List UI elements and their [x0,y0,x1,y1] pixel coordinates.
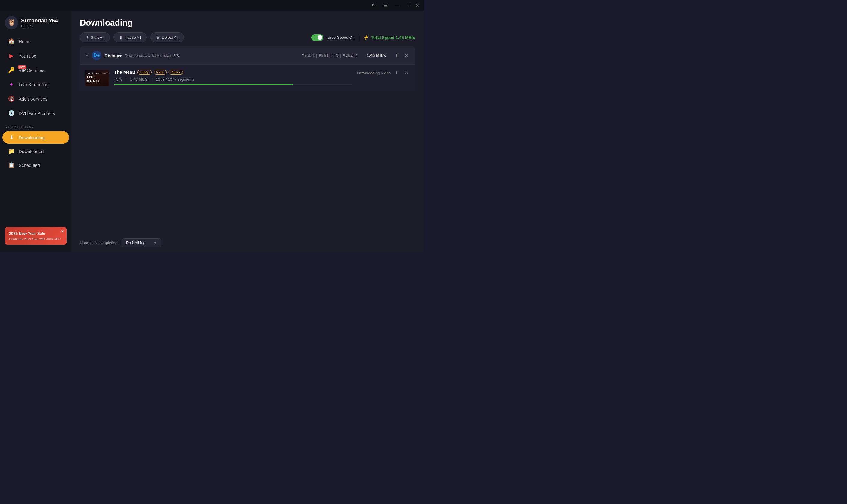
sidebar-item-vip-services[interactable]: 🔑 VIP Services HOT [2,64,69,77]
adult-icon: 🔞 [8,95,15,102]
dropdown-chevron-icon: ▼ [153,240,157,245]
turbo-toggle: Turbo-Speed On [311,34,354,41]
live-streaming-icon: ● [8,81,15,88]
thumbnail: SEARCHLIGHT THEMENU [85,70,109,86]
scheduled-icon: 📋 [8,162,15,168]
downloads-available-label: Downloads available today: 3/3 [125,53,179,58]
total-speed-label: Total Speed 1.45 MB/s [371,35,415,40]
pause-icon: ⏸ [119,35,123,40]
panel-controls: ⏸ ✕ [394,52,410,59]
promo-card[interactable]: ✕ 2025 New Year Sale Celebrate New Year … [5,227,67,245]
sidebar-item-downloaded[interactable]: 📁 Downloaded [2,145,69,158]
delete-icon: 🗑 [156,35,160,40]
sidebar-item-label: Downloaded [19,149,43,154]
total-speed: ⚡ Total Speed 1.45 MB/s [363,35,415,40]
minimize-button[interactable]: — [393,2,401,8]
content-area: Downloading ⬇ Start All ⏸ Pause All 🗑 De… [71,11,423,252]
page-title: Downloading [80,18,133,28]
start-all-label: Start All [91,35,104,40]
turbo-label: Turbo-Speed On [326,35,354,40]
thumbnail-image: SEARCHLIGHT THEMENU [85,70,109,86]
delete-all-button[interactable]: 🗑 Delete All [151,32,184,42]
promo-description: Celebrate New Year with 33% OFF! [9,237,63,240]
start-icon: ⬇ [86,35,89,40]
titlebar: 🛍 ☰ — □ ✕ [0,0,423,11]
sidebar: 🦉 Streamfab x64 6.2.1.9 🏠 Home ▶ YouTube… [0,11,71,252]
sidebar-item-scheduled[interactable]: 📋 Scheduled [2,159,69,171]
promo-close-button[interactable]: ✕ [60,229,64,234]
tag-atmos: Atmos [169,70,183,75]
completion-selected-value: Do Nothing [126,240,145,245]
completion-label: Upon task completion: [80,240,119,245]
sidebar-item-label: Downloading [19,135,45,140]
app-logo: 🦉 Streamfab x64 6.2.1.9 [0,11,71,34]
item-delete-button[interactable]: ✕ [403,70,410,76]
library-section-label: YOUR LIBRARY [0,120,71,130]
item-speed: 1.46 MB/s [130,77,148,82]
item-progress-percent: 75% [114,77,122,82]
promo-title: 2025 New Year Sale [9,231,63,236]
finished-stat: Finished: 0 [319,53,338,58]
sidebar-item-live-streaming[interactable]: ● Live Streaming [2,78,69,91]
sidebar-item-downloading[interactable]: ⬇ Downloading [2,131,69,144]
disney-plus-icon: D+ [92,51,102,60]
tag-h265: H265 [154,70,166,75]
expand-arrow-icon[interactable]: ▼ [85,53,89,58]
completion-dropdown[interactable]: Do Nothing ▼ [122,238,161,247]
speed-icon: ⚡ [363,35,369,40]
item-segments: 1259 / 1677 segments [156,77,194,82]
panel-speed: 1.45 MB/s [367,53,386,58]
total-stat: Total: 1 [302,53,314,58]
item-info: The Menu 1080p H265 Atmos 75% | 1.46 MB/… [114,70,352,85]
content-header: Downloading [71,11,423,32]
toolbar: ⬇ Start All ⏸ Pause All 🗑 Delete All Tur… [71,32,423,47]
item-pause-button[interactable]: ⏸ [394,70,401,76]
app-version: 6.2.1.9 [21,24,58,28]
content-spacer [71,91,423,234]
store-icon[interactable]: 🛍 [370,2,378,8]
progress-bar-background [114,84,352,85]
start-all-button[interactable]: ⬇ Start All [80,32,110,42]
panel-pause-button[interactable]: ⏸ [394,52,401,59]
app-name: Streamfab x64 [21,18,58,24]
sidebar-item-label: Adult Services [19,96,48,102]
toggle-knob [318,35,322,40]
downloading-icon: ⬇ [8,134,15,141]
item-title-row: The Menu 1080p H265 Atmos [114,70,352,75]
sidebar-item-adult-services[interactable]: 🔞 Adult Services [2,92,69,105]
pause-all-button[interactable]: ⏸ Pause All [113,32,147,42]
downloaded-icon: 📁 [8,148,15,155]
failed-stat: Failed: 0 [343,53,358,58]
progress-bar-fill [114,84,293,85]
footer: Upon task completion: Do Nothing ▼ [71,234,423,252]
sidebar-item-home[interactable]: 🏠 Home [2,35,69,48]
service-name: Disney+ [104,53,122,58]
delete-all-label: Delete All [162,35,178,40]
home-icon: 🏠 [8,38,15,45]
active-dot [61,136,64,139]
vip-icon: 🔑 [8,67,15,73]
download-status: Downloading Video [357,71,391,75]
toolbar-divider [359,34,359,41]
item-title: The Menu [114,70,135,75]
hot-badge: HOT [18,66,26,69]
logo-icon: 🦉 [5,16,18,30]
sidebar-item-dvdfab[interactable]: 💿 DVDFab Products [2,107,69,120]
item-right: Downloading Video ⏸ ✕ [357,70,410,76]
close-button[interactable]: ✕ [414,2,421,8]
tag-1080p: 1080p [138,70,152,75]
dvdfab-icon: 💿 [8,110,15,116]
turbo-switch[interactable] [311,34,323,41]
sidebar-item-label: YouTube [19,53,36,58]
sidebar-item-label: Home [19,39,31,44]
panel-close-button[interactable]: ✕ [403,52,410,59]
download-item: SEARCHLIGHT THEMENU The Menu 1080p H265 … [80,65,415,91]
download-panel: ▼ D+ Disney+ Downloads available today: … [80,47,415,91]
maximize-button[interactable]: □ [404,2,410,8]
menu-icon[interactable]: ☰ [382,2,389,8]
panel-header: ▼ D+ Disney+ Downloads available today: … [80,47,415,65]
panel-stats: Total: 1 | Finished: 0 | Failed: 0 [302,53,357,58]
sidebar-item-youtube[interactable]: ▶ YouTube [2,49,69,62]
item-controls: ⏸ ✕ [394,70,410,76]
item-meta: 75% | 1.46 MB/s | 1259 / 1677 segments [114,77,352,82]
